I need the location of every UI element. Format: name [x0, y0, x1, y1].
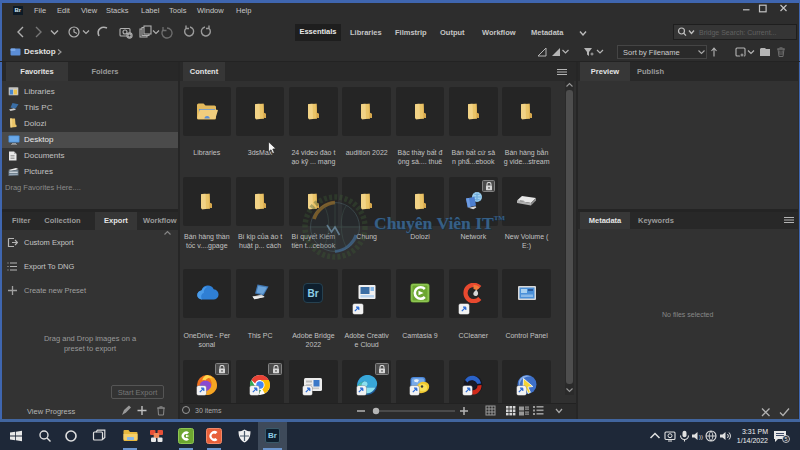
svg-text:5: 5	[784, 436, 787, 442]
svg-text:)): ))	[699, 434, 703, 440]
svg-text:Br: Br	[308, 288, 319, 299]
